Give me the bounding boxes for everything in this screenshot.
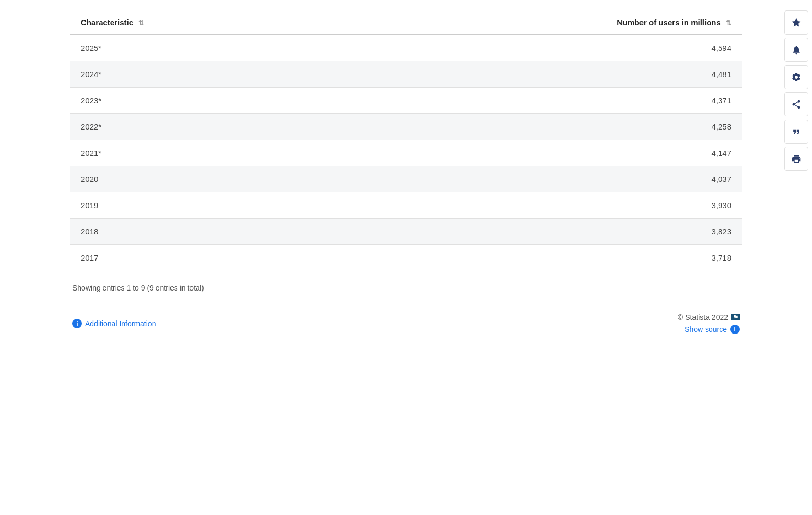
info-icon: i	[72, 319, 82, 328]
cell-year: 2024*	[70, 61, 328, 88]
table-row: 20173,718	[70, 245, 742, 271]
notifications-button[interactable]	[784, 38, 808, 62]
cell-value: 4,481	[328, 61, 742, 88]
cell-value: 3,718	[328, 245, 742, 271]
cell-value: 4,147	[328, 140, 742, 166]
table-row: 2025*4,594	[70, 35, 742, 61]
share-icon	[791, 99, 802, 110]
show-source-info-icon: i	[730, 325, 740, 334]
copyright-area: © Statista 2022 ⚑ Show source i	[678, 313, 740, 334]
cell-value: 4,371	[328, 88, 742, 114]
copyright-text: © Statista 2022 ⚑	[678, 313, 740, 321]
bell-icon	[791, 45, 802, 55]
quote-icon	[791, 126, 802, 137]
cell-value: 3,930	[328, 192, 742, 219]
cell-year: 2017	[70, 245, 328, 271]
print-icon	[791, 154, 802, 164]
sort-icon-col2[interactable]: ⇅	[726, 19, 731, 27]
cell-year: 2018	[70, 219, 328, 245]
cell-value: 4,037	[328, 166, 742, 192]
table-row: 20193,930	[70, 192, 742, 219]
cell-value: 4,258	[328, 114, 742, 140]
cell-year: 2025*	[70, 35, 328, 61]
table-row: 2023*4,371	[70, 88, 742, 114]
flag-icon: ⚑	[731, 314, 740, 320]
table-row: 2022*4,258	[70, 114, 742, 140]
share-button[interactable]	[784, 92, 808, 116]
cell-year: 2019	[70, 192, 328, 219]
cell-value: 3,823	[328, 219, 742, 245]
table-row: 2021*4,147	[70, 140, 742, 166]
settings-button[interactable]	[784, 65, 808, 89]
table-row: 20204,037	[70, 166, 742, 192]
cell-year: 2023*	[70, 88, 328, 114]
sidebar	[781, 0, 812, 515]
print-button[interactable]	[784, 147, 808, 171]
cell-year: 2022*	[70, 114, 328, 140]
citation-button[interactable]	[784, 120, 808, 144]
col2-header[interactable]: Number of users in millions ⇅	[328, 10, 742, 35]
cell-year: 2020	[70, 166, 328, 192]
cell-year: 2021*	[70, 140, 328, 166]
table-row: 2024*4,481	[70, 61, 742, 88]
col1-header[interactable]: Characteristic ⇅	[70, 10, 328, 35]
data-table: Characteristic ⇅ Number of users in mill…	[70, 10, 742, 271]
star-icon	[791, 17, 802, 28]
sort-icon-col1[interactable]: ⇅	[138, 19, 144, 27]
show-source-link[interactable]: Show source i	[685, 325, 740, 334]
entries-info: Showing entries 1 to 9 (9 entries in tot…	[70, 284, 742, 292]
footer: i Additional Information © Statista 2022…	[70, 313, 742, 334]
table-row: 20183,823	[70, 219, 742, 245]
additional-info-link[interactable]: i Additional Information	[72, 319, 156, 328]
bookmark-button[interactable]	[784, 10, 808, 35]
gear-icon	[791, 72, 802, 82]
cell-value: 4,594	[328, 35, 742, 61]
